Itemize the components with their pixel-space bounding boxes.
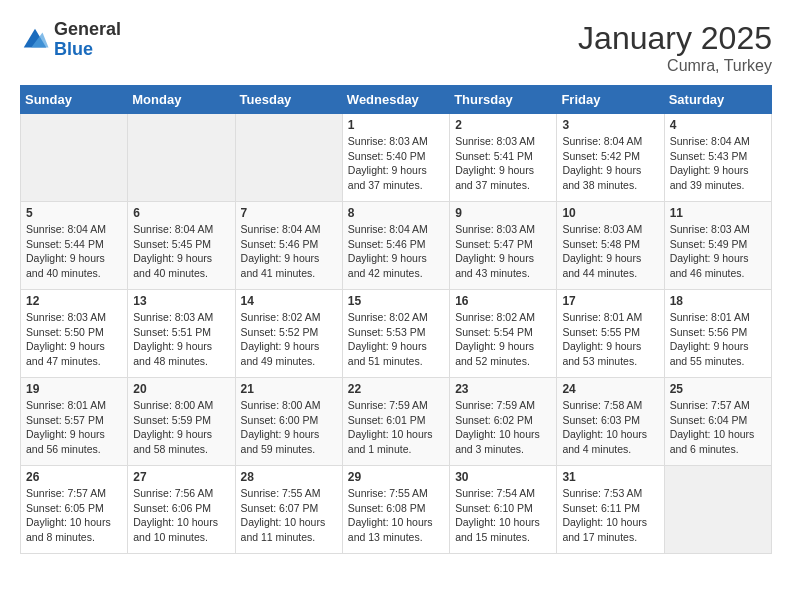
day-number: 6 <box>133 206 229 220</box>
calendar-cell: 26Sunrise: 7:57 AM Sunset: 6:05 PM Dayli… <box>21 466 128 554</box>
calendar-cell: 22Sunrise: 7:59 AM Sunset: 6:01 PM Dayli… <box>342 378 449 466</box>
calendar-cell: 29Sunrise: 7:55 AM Sunset: 6:08 PM Dayli… <box>342 466 449 554</box>
calendar-cell: 16Sunrise: 8:02 AM Sunset: 5:54 PM Dayli… <box>450 290 557 378</box>
day-number: 4 <box>670 118 766 132</box>
day-number: 15 <box>348 294 444 308</box>
calendar-cell <box>664 466 771 554</box>
title-area: January 2025 Cumra, Turkey <box>578 20 772 75</box>
day-number: 30 <box>455 470 551 484</box>
calendar-cell: 24Sunrise: 7:58 AM Sunset: 6:03 PM Dayli… <box>557 378 664 466</box>
day-number: 31 <box>562 470 658 484</box>
calendar-cell: 15Sunrise: 8:02 AM Sunset: 5:53 PM Dayli… <box>342 290 449 378</box>
day-number: 28 <box>241 470 337 484</box>
week-row-1: 1Sunrise: 8:03 AM Sunset: 5:40 PM Daylig… <box>21 114 772 202</box>
day-info: Sunrise: 8:02 AM Sunset: 5:53 PM Dayligh… <box>348 310 444 369</box>
calendar-cell: 7Sunrise: 8:04 AM Sunset: 5:46 PM Daylig… <box>235 202 342 290</box>
day-info: Sunrise: 7:55 AM Sunset: 6:07 PM Dayligh… <box>241 486 337 545</box>
calendar-title: January 2025 <box>578 20 772 57</box>
calendar-cell: 25Sunrise: 7:57 AM Sunset: 6:04 PM Dayli… <box>664 378 771 466</box>
day-number: 21 <box>241 382 337 396</box>
calendar-cell: 21Sunrise: 8:00 AM Sunset: 6:00 PM Dayli… <box>235 378 342 466</box>
day-number: 13 <box>133 294 229 308</box>
calendar-cell: 31Sunrise: 7:53 AM Sunset: 6:11 PM Dayli… <box>557 466 664 554</box>
calendar-cell: 10Sunrise: 8:03 AM Sunset: 5:48 PM Dayli… <box>557 202 664 290</box>
day-info: Sunrise: 8:04 AM Sunset: 5:42 PM Dayligh… <box>562 134 658 193</box>
logo-blue: Blue <box>54 40 121 60</box>
day-number: 17 <box>562 294 658 308</box>
day-number: 18 <box>670 294 766 308</box>
weekday-header-friday: Friday <box>557 86 664 114</box>
weekday-header-monday: Monday <box>128 86 235 114</box>
logo-general: General <box>54 20 121 40</box>
calendar-cell: 23Sunrise: 7:59 AM Sunset: 6:02 PM Dayli… <box>450 378 557 466</box>
day-number: 25 <box>670 382 766 396</box>
calendar-cell: 28Sunrise: 7:55 AM Sunset: 6:07 PM Dayli… <box>235 466 342 554</box>
day-info: Sunrise: 8:03 AM Sunset: 5:50 PM Dayligh… <box>26 310 122 369</box>
calendar-cell: 13Sunrise: 8:03 AM Sunset: 5:51 PM Dayli… <box>128 290 235 378</box>
day-info: Sunrise: 8:03 AM Sunset: 5:48 PM Dayligh… <box>562 222 658 281</box>
calendar-subtitle: Cumra, Turkey <box>578 57 772 75</box>
day-info: Sunrise: 8:04 AM Sunset: 5:46 PM Dayligh… <box>348 222 444 281</box>
calendar-cell: 17Sunrise: 8:01 AM Sunset: 5:55 PM Dayli… <box>557 290 664 378</box>
day-info: Sunrise: 7:54 AM Sunset: 6:10 PM Dayligh… <box>455 486 551 545</box>
day-info: Sunrise: 8:01 AM Sunset: 5:55 PM Dayligh… <box>562 310 658 369</box>
day-number: 23 <box>455 382 551 396</box>
calendar-cell: 18Sunrise: 8:01 AM Sunset: 5:56 PM Dayli… <box>664 290 771 378</box>
calendar-cell: 20Sunrise: 8:00 AM Sunset: 5:59 PM Dayli… <box>128 378 235 466</box>
day-info: Sunrise: 7:55 AM Sunset: 6:08 PM Dayligh… <box>348 486 444 545</box>
logo-text: General Blue <box>54 20 121 60</box>
day-number: 1 <box>348 118 444 132</box>
weekday-header-tuesday: Tuesday <box>235 86 342 114</box>
weekday-header-sunday: Sunday <box>21 86 128 114</box>
week-row-4: 19Sunrise: 8:01 AM Sunset: 5:57 PM Dayli… <box>21 378 772 466</box>
day-info: Sunrise: 7:57 AM Sunset: 6:05 PM Dayligh… <box>26 486 122 545</box>
day-number: 2 <box>455 118 551 132</box>
day-info: Sunrise: 8:03 AM Sunset: 5:40 PM Dayligh… <box>348 134 444 193</box>
day-info: Sunrise: 8:04 AM Sunset: 5:46 PM Dayligh… <box>241 222 337 281</box>
week-row-2: 5Sunrise: 8:04 AM Sunset: 5:44 PM Daylig… <box>21 202 772 290</box>
day-info: Sunrise: 8:03 AM Sunset: 5:41 PM Dayligh… <box>455 134 551 193</box>
logo-icon <box>20 25 50 55</box>
day-number: 3 <box>562 118 658 132</box>
calendar-cell: 27Sunrise: 7:56 AM Sunset: 6:06 PM Dayli… <box>128 466 235 554</box>
calendar-cell: 6Sunrise: 8:04 AM Sunset: 5:45 PM Daylig… <box>128 202 235 290</box>
day-info: Sunrise: 7:59 AM Sunset: 6:02 PM Dayligh… <box>455 398 551 457</box>
day-number: 10 <box>562 206 658 220</box>
calendar-cell: 2Sunrise: 8:03 AM Sunset: 5:41 PM Daylig… <box>450 114 557 202</box>
day-number: 14 <box>241 294 337 308</box>
day-number: 11 <box>670 206 766 220</box>
day-info: Sunrise: 8:02 AM Sunset: 5:52 PM Dayligh… <box>241 310 337 369</box>
day-info: Sunrise: 8:03 AM Sunset: 5:51 PM Dayligh… <box>133 310 229 369</box>
day-number: 12 <box>26 294 122 308</box>
day-info: Sunrise: 7:58 AM Sunset: 6:03 PM Dayligh… <box>562 398 658 457</box>
calendar-cell: 5Sunrise: 8:04 AM Sunset: 5:44 PM Daylig… <box>21 202 128 290</box>
weekday-header-thursday: Thursday <box>450 86 557 114</box>
day-number: 27 <box>133 470 229 484</box>
weekday-header-saturday: Saturday <box>664 86 771 114</box>
calendar-cell: 1Sunrise: 8:03 AM Sunset: 5:40 PM Daylig… <box>342 114 449 202</box>
weekday-header-row: SundayMondayTuesdayWednesdayThursdayFrid… <box>21 86 772 114</box>
week-row-3: 12Sunrise: 8:03 AM Sunset: 5:50 PM Dayli… <box>21 290 772 378</box>
week-row-5: 26Sunrise: 7:57 AM Sunset: 6:05 PM Dayli… <box>21 466 772 554</box>
day-info: Sunrise: 8:02 AM Sunset: 5:54 PM Dayligh… <box>455 310 551 369</box>
calendar-table: SundayMondayTuesdayWednesdayThursdayFrid… <box>20 85 772 554</box>
calendar-cell: 8Sunrise: 8:04 AM Sunset: 5:46 PM Daylig… <box>342 202 449 290</box>
day-number: 22 <box>348 382 444 396</box>
calendar-cell: 11Sunrise: 8:03 AM Sunset: 5:49 PM Dayli… <box>664 202 771 290</box>
calendar-cell <box>235 114 342 202</box>
day-info: Sunrise: 7:53 AM Sunset: 6:11 PM Dayligh… <box>562 486 658 545</box>
day-info: Sunrise: 7:59 AM Sunset: 6:01 PM Dayligh… <box>348 398 444 457</box>
day-number: 24 <box>562 382 658 396</box>
day-number: 26 <box>26 470 122 484</box>
day-number: 20 <box>133 382 229 396</box>
day-info: Sunrise: 8:04 AM Sunset: 5:44 PM Dayligh… <box>26 222 122 281</box>
calendar-cell: 14Sunrise: 8:02 AM Sunset: 5:52 PM Dayli… <box>235 290 342 378</box>
calendar-cell <box>21 114 128 202</box>
calendar-cell: 12Sunrise: 8:03 AM Sunset: 5:50 PM Dayli… <box>21 290 128 378</box>
logo: General Blue <box>20 20 121 60</box>
calendar-cell: 19Sunrise: 8:01 AM Sunset: 5:57 PM Dayli… <box>21 378 128 466</box>
day-number: 5 <box>26 206 122 220</box>
day-number: 16 <box>455 294 551 308</box>
day-info: Sunrise: 8:03 AM Sunset: 5:47 PM Dayligh… <box>455 222 551 281</box>
day-info: Sunrise: 7:57 AM Sunset: 6:04 PM Dayligh… <box>670 398 766 457</box>
